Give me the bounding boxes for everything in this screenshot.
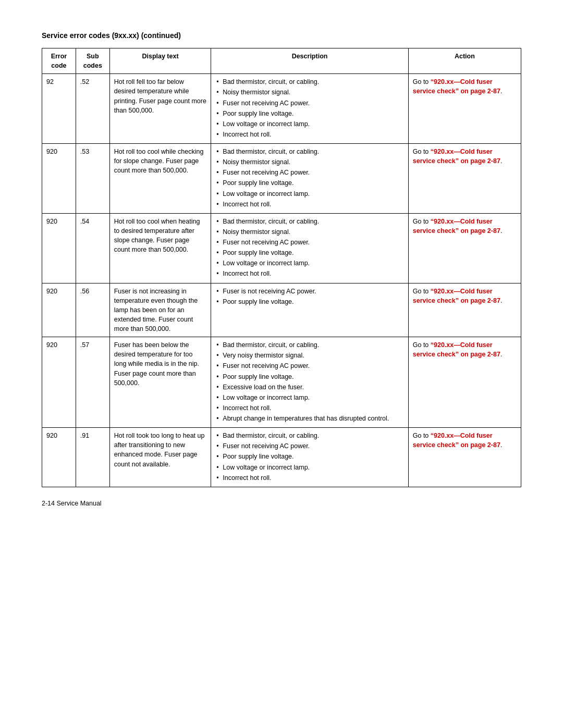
cell-error-code: 92 (42, 74, 76, 144)
cell-display-text: Hot roll took too long to heat up after … (109, 428, 211, 487)
list-item: Poor supply line voltage. (215, 297, 403, 306)
list-item: Poor supply line voltage. (215, 452, 403, 461)
cell-sub-codes: .54 (76, 213, 109, 283)
cell-error-code: 920 (42, 337, 76, 428)
action-suffix: . (500, 88, 502, 95)
action-suffix: . (500, 157, 502, 165)
list-item: Abrupt change in temperatures that has d… (215, 414, 403, 423)
cell-sub-codes: .57 (76, 337, 109, 428)
list-item: Low voltage or incorrect lamp. (215, 189, 403, 199)
list-item: Bad thermistor, circuit, or cabling. (215, 147, 403, 156)
action-suffix: . (500, 441, 502, 449)
header-display-text: Display text (109, 48, 211, 74)
list-item: Excessive load on the fuser. (215, 382, 403, 392)
list-item: Fuser not receiving AC power. (215, 238, 403, 247)
action-prefix: Go to (413, 341, 431, 349)
cell-error-code: 920 (42, 144, 76, 214)
list-item: Incorrect hot roll. (215, 473, 403, 483)
cell-description: Fuser is not receiving AC power.Poor sup… (211, 283, 408, 337)
table-row: 92.52Hot roll fell too far below desired… (42, 74, 521, 144)
list-item: Bad thermistor, circuit, or cabling. (215, 77, 403, 87)
list-item: Fuser not receiving AC power. (215, 98, 403, 108)
list-item: Incorrect hot roll. (215, 403, 403, 413)
list-item: Bad thermistor, circuit, or cabling. (215, 340, 403, 350)
header-action: Action (408, 48, 521, 74)
list-item: Fuser not receiving AC power. (215, 168, 403, 177)
cell-sub-codes: .91 (76, 428, 109, 487)
cell-display-text: Hot roll fell too far below desired temp… (109, 74, 211, 144)
list-item: Low voltage or incorrect lamp. (215, 258, 403, 268)
cell-error-code: 920 (42, 213, 76, 283)
action-prefix: Go to (413, 432, 431, 439)
table-row: 920.56Fuser is not increasing in tempera… (42, 283, 521, 337)
page-title: Service error codes (9xx.xx) (continued) (42, 31, 521, 40)
header-sub-codes: Subcodes (76, 48, 109, 74)
cell-display-text: Hot roll too cool while checking for slo… (109, 144, 211, 214)
list-item: Fuser not receiving AC power. (215, 441, 403, 451)
list-item: Fuser is not receiving AC power. (215, 287, 403, 296)
cell-action: Go to “920.xx—Cold fuser service check” … (408, 213, 521, 283)
action-suffix: . (500, 227, 502, 235)
list-item: Incorrect hot roll. (215, 200, 403, 209)
table-row: 920.91Hot roll took too long to heat up … (42, 428, 521, 487)
action-suffix: . (500, 351, 502, 358)
list-item: Low voltage or incorrect lamp. (215, 393, 403, 402)
action-suffix: . (500, 297, 502, 304)
list-item: Bad thermistor, circuit, or cabling. (215, 217, 403, 226)
cell-display-text: Fuser has been below the desired tempera… (109, 337, 211, 428)
cell-description: Bad thermistor, circuit, or cabling.Nois… (211, 74, 408, 144)
cell-sub-codes: .53 (76, 144, 109, 214)
footer: 2-14 Service Manual (42, 500, 521, 507)
cell-description: Bad thermistor, circuit, or cabling.Nois… (211, 213, 408, 283)
list-item: Low voltage or incorrect lamp. (215, 463, 403, 472)
cell-display-text: Fuser is not increasing in temperature e… (109, 283, 211, 337)
list-item: Poor supply line voltage. (215, 109, 403, 118)
cell-display-text: Hot roll too cool when heating to desire… (109, 213, 211, 283)
cell-description: Bad thermistor, circuit, or cabling.Very… (211, 337, 408, 428)
list-item: Noisy thermistor signal. (215, 227, 403, 237)
action-prefix: Go to (413, 218, 431, 225)
cell-action: Go to “920.xx—Cold fuser service check” … (408, 337, 521, 428)
cell-error-code: 920 (42, 283, 76, 337)
list-item: Poor supply line voltage. (215, 248, 403, 257)
cell-action: Go to “920.xx—Cold fuser service check” … (408, 283, 521, 337)
cell-action: Go to “920.xx—Cold fuser service check” … (408, 144, 521, 214)
list-item: Incorrect hot roll. (215, 269, 403, 278)
cell-error-code: 920 (42, 428, 76, 487)
cell-description: Bad thermistor, circuit, or cabling.Nois… (211, 144, 408, 214)
list-item: Poor supply line voltage. (215, 372, 403, 381)
service-error-table: Errorcode Subcodes Display text Descript… (42, 48, 521, 487)
action-prefix: Go to (413, 288, 431, 295)
list-item: Incorrect hot roll. (215, 130, 403, 139)
list-item: Very noisy thermistor signal. (215, 351, 403, 360)
header-error-code: Errorcode (42, 48, 76, 74)
action-prefix: Go to (413, 78, 431, 85)
cell-description: Bad thermistor, circuit, or cabling.Fuse… (211, 428, 408, 487)
list-item: Noisy thermistor signal. (215, 88, 403, 97)
table-row: 920.57Fuser has been below the desired t… (42, 337, 521, 428)
table-row: 920.54Hot roll too cool when heating to … (42, 213, 521, 283)
cell-sub-codes: .56 (76, 283, 109, 337)
list-item: Low voltage or incorrect lamp. (215, 119, 403, 129)
cell-action: Go to “920.xx—Cold fuser service check” … (408, 428, 521, 487)
cell-action: Go to “920.xx—Cold fuser service check” … (408, 74, 521, 144)
list-item: Noisy thermistor signal. (215, 157, 403, 167)
cell-sub-codes: .52 (76, 74, 109, 144)
table-row: 920.53Hot roll too cool while checking f… (42, 144, 521, 214)
list-item: Poor supply line voltage. (215, 178, 403, 188)
list-item: Fuser not receiving AC power. (215, 361, 403, 371)
header-description: Description (211, 48, 408, 74)
list-item: Bad thermistor, circuit, or cabling. (215, 431, 403, 440)
action-prefix: Go to (413, 148, 431, 155)
